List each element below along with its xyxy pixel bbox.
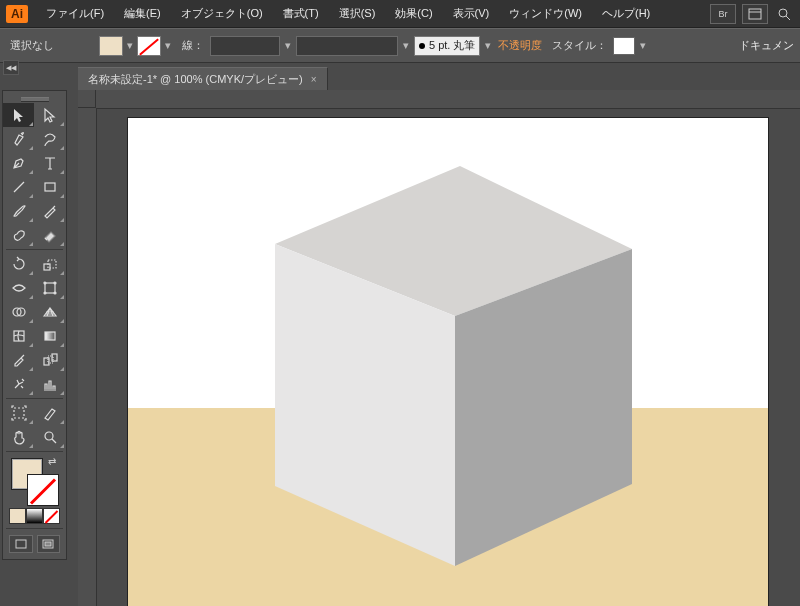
- color-mode-none[interactable]: [43, 508, 60, 524]
- svg-rect-5: [44, 264, 50, 270]
- svg-line-3: [786, 16, 790, 20]
- bridge-button[interactable]: Br: [710, 4, 736, 24]
- svg-point-8: [44, 282, 46, 284]
- horizontal-ruler[interactable]: [96, 90, 800, 109]
- document-setup-label[interactable]: ドキュメン: [739, 38, 794, 53]
- rectangle-tool[interactable]: [34, 175, 65, 199]
- hand-tool[interactable]: [3, 425, 34, 449]
- line-segment-tool[interactable]: [3, 175, 34, 199]
- style-label: スタイル：: [552, 38, 607, 53]
- mesh-tool[interactable]: [3, 324, 34, 348]
- draw-mode-button[interactable]: [9, 535, 33, 553]
- svg-point-9: [54, 282, 56, 284]
- app-logo-icon: Ai: [6, 5, 28, 23]
- menu-window[interactable]: ウィンドウ(W): [499, 2, 592, 25]
- symbol-sprayer-tool[interactable]: [3, 372, 34, 396]
- menu-object[interactable]: オブジェクト(O): [171, 2, 273, 25]
- scale-tool[interactable]: [34, 252, 65, 276]
- eyedropper-tool[interactable]: [3, 348, 34, 372]
- zoom-tool[interactable]: [34, 425, 65, 449]
- shape-builder-tool[interactable]: [3, 300, 34, 324]
- menu-bar: Ai ファイル(F) 編集(E) オブジェクト(O) 書式(T) 選択(S) 効…: [0, 0, 800, 28]
- svg-rect-23: [45, 542, 51, 546]
- brush-value: 5 pt. 丸筆: [429, 38, 475, 53]
- cube-shape: [270, 166, 640, 566]
- blend-tool[interactable]: [34, 348, 65, 372]
- eraser-tool[interactable]: [34, 223, 65, 247]
- stroke-dropdown-icon[interactable]: ▾: [164, 37, 172, 55]
- perspective-grid-tool[interactable]: [34, 300, 65, 324]
- menu-help[interactable]: ヘルプ(H): [592, 2, 660, 25]
- selection-tool[interactable]: [3, 103, 34, 127]
- paintbrush-tool[interactable]: [3, 199, 34, 223]
- screen-mode-row: [3, 531, 66, 559]
- blob-brush-tool[interactable]: [3, 223, 34, 247]
- screen-mode-button[interactable]: [37, 535, 61, 553]
- control-bar: 選択なし ▾ ▾ 線： ▾ ▾ 5 pt. 丸筆 ▾ 不透明度 スタイル： ▾ …: [0, 28, 800, 63]
- graphic-style-swatch[interactable]: [613, 37, 635, 55]
- lasso-tool[interactable]: [34, 127, 65, 151]
- style-dropdown-icon[interactable]: ▾: [639, 37, 647, 55]
- width-profile-dropdown-icon[interactable]: ▾: [402, 37, 410, 55]
- search-icon[interactable]: [774, 5, 794, 23]
- document-tab-title: 名称未設定-1* @ 100% (CMYK/プレビュー): [88, 72, 303, 87]
- vertical-ruler[interactable]: [78, 108, 97, 606]
- document-area: [78, 90, 800, 606]
- svg-rect-19: [14, 408, 24, 418]
- magic-wand-tool[interactable]: [3, 127, 34, 151]
- color-mode-row: [3, 506, 66, 526]
- menu-select[interactable]: 選択(S): [329, 2, 386, 25]
- document-tab[interactable]: 名称未設定-1* @ 100% (CMYK/プレビュー) ×: [78, 67, 328, 90]
- menu-view[interactable]: 表示(V): [443, 2, 500, 25]
- svg-point-10: [44, 292, 46, 294]
- stroke-swatch[interactable]: [137, 36, 161, 56]
- pen-tool[interactable]: [3, 151, 34, 175]
- fill-dropdown-icon[interactable]: ▾: [126, 37, 134, 55]
- tools-panel-grip[interactable]: [3, 95, 66, 103]
- opacity-label[interactable]: 不透明度: [498, 38, 542, 53]
- document-tab-strip: 名称未設定-1* @ 100% (CMYK/プレビュー) ×: [78, 68, 328, 90]
- illustrator-window: Ai ファイル(F) 編集(E) オブジェクト(O) 書式(T) 選択(S) 効…: [0, 0, 800, 606]
- svg-rect-15: [45, 332, 55, 340]
- stroke-weight-input[interactable]: [210, 36, 280, 56]
- direct-selection-tool[interactable]: [34, 103, 65, 127]
- control-bar-collapse-icon[interactable]: ◀◀: [3, 60, 19, 75]
- menu-file[interactable]: ファイル(F): [36, 2, 114, 25]
- close-tab-icon[interactable]: ×: [311, 74, 317, 85]
- stroke-label: 線：: [182, 38, 204, 53]
- width-tool[interactable]: [3, 276, 34, 300]
- fill-stroke-indicator[interactable]: ⇄: [9, 456, 60, 502]
- artboard: [128, 118, 768, 606]
- stroke-color-box[interactable]: [27, 474, 59, 506]
- selection-indicator: 選択なし: [10, 38, 54, 53]
- svg-point-20: [45, 432, 53, 440]
- rotate-tool[interactable]: [3, 252, 34, 276]
- menu-edit[interactable]: 編集(E): [114, 2, 171, 25]
- free-transform-tool[interactable]: [34, 276, 65, 300]
- gradient-tool[interactable]: [34, 324, 65, 348]
- menu-type[interactable]: 書式(T): [273, 2, 329, 25]
- ruler-origin[interactable]: [78, 90, 96, 108]
- brush-dot-icon: [419, 43, 425, 49]
- arrange-documents-button[interactable]: [742, 4, 768, 24]
- slice-tool[interactable]: [34, 401, 65, 425]
- tools-panel: ⇄: [2, 90, 67, 560]
- fill-swatch[interactable]: [99, 36, 123, 56]
- swap-fill-stroke-icon[interactable]: ⇄: [48, 456, 56, 467]
- brush-definition[interactable]: 5 pt. 丸筆: [414, 36, 480, 56]
- brush-dropdown-icon[interactable]: ▾: [484, 37, 492, 55]
- menu-effect[interactable]: 効果(C): [385, 2, 442, 25]
- svg-point-2: [779, 9, 787, 17]
- column-graph-tool[interactable]: [34, 372, 65, 396]
- variable-width-profile[interactable]: [296, 36, 398, 56]
- svg-rect-0: [749, 9, 761, 19]
- svg-rect-4: [45, 183, 55, 191]
- stroke-weight-dropdown-icon[interactable]: ▾: [284, 37, 292, 55]
- svg-rect-21: [16, 540, 26, 548]
- type-tool[interactable]: [34, 151, 65, 175]
- color-mode-gradient[interactable]: [26, 508, 43, 524]
- pencil-tool[interactable]: [34, 199, 65, 223]
- canvas[interactable]: [96, 108, 800, 606]
- artboard-tool[interactable]: [3, 401, 34, 425]
- color-mode-solid[interactable]: [9, 508, 26, 524]
